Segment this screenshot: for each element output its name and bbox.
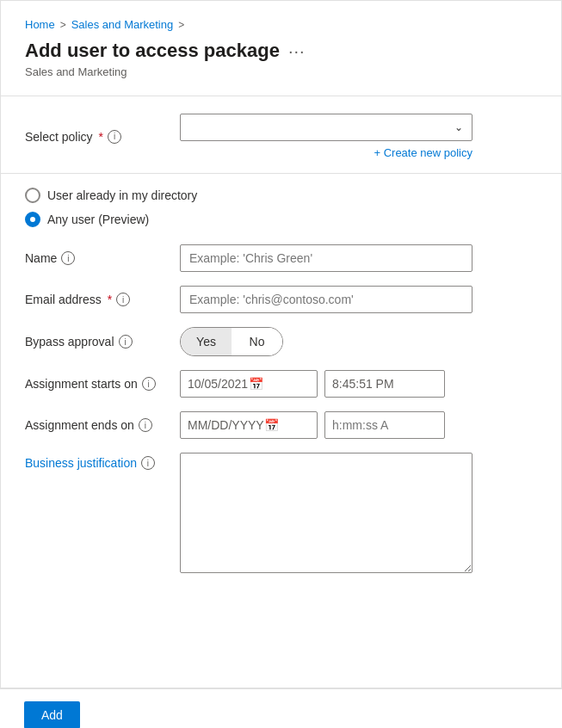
radio-circle-directory <box>25 188 40 203</box>
email-label: Email address * i <box>25 293 180 306</box>
assignment-ends-control: MM/DD/YYYY 📅 <box>180 411 537 439</box>
add-button[interactable]: Add <box>24 701 80 728</box>
radio-option-directory[interactable]: User already in my directory <box>25 188 537 203</box>
name-info-icon[interactable]: i <box>61 251 75 265</box>
more-options-icon[interactable]: ··· <box>288 41 306 61</box>
radio-circle-any <box>25 212 40 227</box>
create-new-policy-link[interactable]: + Create new policy <box>180 146 472 159</box>
chevron-down-icon: ⌄ <box>454 121 463 133</box>
business-justification-row: Business justification i <box>25 453 537 576</box>
bypass-approval-label: Bypass approval i <box>25 335 180 349</box>
justification-info-icon[interactable]: i <box>141 456 155 470</box>
bypass-approval-control: Yes No <box>180 327 537 356</box>
bypass-info-icon[interactable]: i <box>119 335 133 349</box>
calendar-icon-ends[interactable]: 📅 <box>264 418 310 432</box>
email-row: Email address * i <box>25 286 537 313</box>
select-policy-info-icon[interactable]: i <box>108 130 121 144</box>
select-policy-row: Select policy * i ⌄ + Create new policy <box>25 114 537 159</box>
name-row: Name i <box>25 244 537 272</box>
bypass-toggle-group: Yes No <box>180 327 283 356</box>
policy-dropdown[interactable]: ⌄ <box>180 114 472 141</box>
business-justification-label: Business justification i <box>25 453 180 470</box>
assignment-ends-row: Assignment ends on i MM/DD/YYYY 📅 <box>25 411 537 439</box>
starts-date-value: 10/05/2021 <box>188 377 249 391</box>
ends-time-input[interactable] <box>324 411 445 439</box>
section-divider <box>1 173 561 174</box>
page-title: Add user to access package <box>25 40 280 62</box>
ends-date-input[interactable]: MM/DD/YYYY 📅 <box>180 411 318 439</box>
radio-label-any: Any user (Preview) <box>47 213 149 226</box>
starts-time-input[interactable] <box>324 370 445 398</box>
business-justification-textarea[interactable] <box>180 453 472 573</box>
bypass-yes-button[interactable]: Yes <box>181 328 232 355</box>
breadcrumb-separator1: > <box>60 19 66 31</box>
email-input[interactable] <box>180 286 472 313</box>
business-justification-control <box>180 453 537 576</box>
name-label: Name i <box>25 251 180 265</box>
breadcrumb-separator2: > <box>178 19 184 31</box>
calendar-icon-starts[interactable]: 📅 <box>249 377 310 391</box>
select-policy-label: Select policy * i <box>25 130 180 144</box>
name-control <box>180 244 537 272</box>
breadcrumb-section[interactable]: Sales and Marketing <box>71 18 174 31</box>
page-header: Add user to access package ··· <box>25 40 537 62</box>
assignment-starts-control: 10/05/2021 📅 <box>180 370 537 398</box>
assignment-starts-row: Assignment starts on i 10/05/2021 📅 <box>25 370 537 398</box>
footer-bar: Add <box>0 688 562 728</box>
email-control <box>180 286 537 313</box>
ends-info-icon[interactable]: i <box>139 418 152 432</box>
user-type-radio-group: User already in my directory Any user (P… <box>25 188 537 227</box>
header-divider <box>1 96 561 96</box>
page-subtitle: Sales and Marketing <box>25 65 537 78</box>
assignment-ends-label: Assignment ends on i <box>25 418 180 432</box>
ends-date-time: MM/DD/YYYY 📅 <box>180 411 537 439</box>
radio-label-directory: User already in my directory <box>47 188 197 202</box>
starts-date-input[interactable]: 10/05/2021 📅 <box>180 370 318 398</box>
ends-date-placeholder: MM/DD/YYYY <box>188 418 264 432</box>
name-input[interactable] <box>180 244 472 272</box>
bypass-no-button[interactable]: No <box>232 328 282 355</box>
starts-date-time: 10/05/2021 📅 <box>180 370 537 398</box>
bypass-approval-row: Bypass approval i Yes No <box>25 327 537 356</box>
starts-info-icon[interactable]: i <box>142 377 156 391</box>
select-policy-control: ⌄ + Create new policy <box>180 114 537 159</box>
assignment-starts-label: Assignment starts on i <box>25 377 180 391</box>
email-info-icon[interactable]: i <box>116 293 130 306</box>
breadcrumb: Home > Sales and Marketing > <box>25 18 537 31</box>
breadcrumb-home[interactable]: Home <box>25 18 55 31</box>
radio-option-any[interactable]: Any user (Preview) <box>25 212 537 227</box>
